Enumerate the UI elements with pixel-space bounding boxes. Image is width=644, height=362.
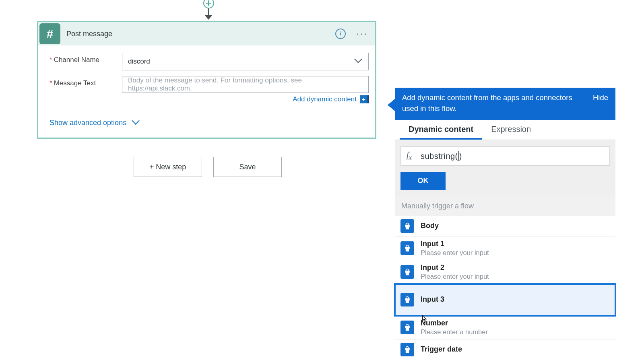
chevron-down-icon [133, 119, 140, 127]
footer-buttons: + New step Save [134, 157, 282, 177]
step-card-post-message: # Post message i ··· *Channel Name disco… [37, 21, 376, 139]
expression-area: fx substring() OK [395, 140, 615, 196]
message-text-label: *Message Text [50, 76, 122, 87]
add-dynamic-content-row: Add dynamic content + [122, 95, 369, 103]
step-title: Post message [66, 30, 112, 38]
slack-step-icon: # [39, 23, 60, 44]
step-card-header[interactable]: # Post message i ··· [38, 22, 375, 45]
save-button[interactable]: Save [213, 157, 282, 177]
info-icon: i [335, 29, 346, 39]
trigger-icon [400, 219, 414, 233]
expression-value: substring() [421, 151, 462, 161]
plus-circle-icon [203, 0, 214, 8]
dc-item-number[interactable]: NumberPlease enter a number [395, 316, 615, 339]
message-text-row: *Message Text Body of the message to sen… [50, 76, 369, 103]
dc-item-input-1[interactable]: Input 1Please enter your input [395, 237, 615, 260]
svg-point-1 [407, 248, 408, 249]
add-node-connector[interactable] [202, 0, 215, 21]
trigger-icon [400, 293, 414, 306]
trigger-icon [400, 321, 414, 334]
dynamic-content-panel: Add dynamic content from the apps and co… [395, 88, 615, 360]
dc-item-trigger-date[interactable]: Trigger date [395, 339, 615, 360]
trigger-icon [400, 343, 414, 356]
add-dynamic-content-link[interactable]: Add dynamic content [293, 95, 357, 103]
connector-line [208, 8, 209, 15]
channel-name-label: *Channel Name [50, 53, 122, 64]
channel-name-dropdown[interactable]: discord [122, 53, 369, 70]
panel-hide-link[interactable]: Hide [593, 93, 608, 102]
chevron-down-icon [355, 58, 363, 65]
expression-ok-button[interactable]: OK [400, 172, 446, 190]
show-advanced-options[interactable]: Show advanced options [50, 109, 369, 134]
panel-header-text: Add dynamic content from the apps and co… [402, 93, 593, 114]
svg-point-2 [407, 272, 408, 273]
expression-input[interactable]: fx substring() [400, 146, 610, 166]
dynamic-content-group-header: Manually trigger a flow [395, 196, 615, 216]
dc-item-body[interactable]: Body [395, 216, 615, 237]
fx-icon: fx [407, 150, 412, 162]
new-step-button[interactable]: + New step [134, 157, 202, 177]
connector-arrow [204, 15, 213, 20]
panel-callout-arrow [388, 99, 395, 111]
dc-item-input-2[interactable]: Input 2Please enter your input [395, 260, 615, 284]
panel-header: Add dynamic content from the apps and co… [395, 88, 615, 120]
svg-point-4 [407, 327, 408, 329]
trigger-icon [400, 265, 414, 279]
add-dynamic-content-badge[interactable]: + [360, 95, 369, 103]
tab-dynamic-content[interactable]: Dynamic content [400, 120, 482, 140]
step-info-button[interactable]: i [333, 27, 348, 41]
step-more-button[interactable]: ··· [355, 27, 369, 41]
panel-tabs: Dynamic content Expression [395, 120, 615, 140]
step-card-body: *Channel Name discord *Message Text Body… [38, 45, 375, 138]
trigger-icon [400, 241, 414, 255]
tab-expression[interactable]: Expression [482, 120, 540, 140]
channel-name-row: *Channel Name discord [50, 53, 369, 70]
svg-point-0 [407, 226, 408, 227]
channel-name-value: discord [128, 58, 150, 66]
svg-point-3 [407, 300, 408, 301]
dc-item-input-3[interactable]: Input 3 [395, 284, 615, 316]
message-text-input[interactable]: Body of the message to send. For formatt… [122, 76, 369, 93]
svg-point-5 [407, 350, 408, 351]
